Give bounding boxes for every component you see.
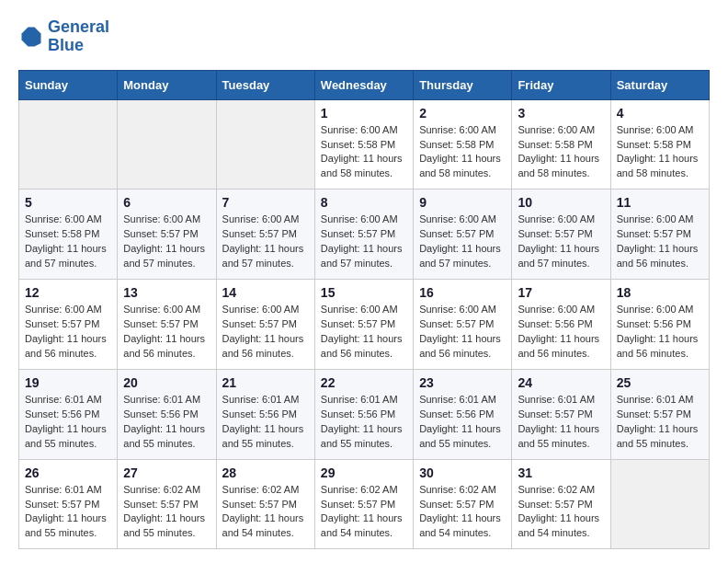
day-info: Sunrise: 6:00 AM Sunset: 5:58 PM Dayligh… [25,213,111,271]
day-number: 11 [617,195,703,210]
weekday-header-saturday: Saturday [610,70,709,99]
calendar-week-row: 19Sunrise: 6:01 AM Sunset: 5:56 PM Dayli… [19,369,710,459]
day-info: Sunrise: 6:00 AM Sunset: 5:57 PM Dayligh… [419,303,506,362]
weekday-header-friday: Friday [512,70,610,99]
weekday-header-thursday: Thursday [414,70,512,99]
logo-text: General Blue [48,18,109,55]
day-info: Sunrise: 6:01 AM Sunset: 5:57 PM Dayligh… [518,393,604,452]
day-info: Sunrise: 6:01 AM Sunset: 5:56 PM Dayligh… [419,393,506,452]
calendar-cell: 23Sunrise: 6:01 AM Sunset: 5:56 PM Dayli… [414,369,512,459]
day-number: 20 [123,375,210,390]
calendar-cell: 10Sunrise: 6:00 AM Sunset: 5:57 PM Dayli… [512,190,610,280]
calendar-cell [118,99,216,190]
day-info: Sunrise: 6:01 AM Sunset: 5:56 PM Dayligh… [25,393,111,452]
calendar-cell: 6Sunrise: 6:00 AM Sunset: 5:57 PM Daylig… [118,190,216,280]
calendar-cell: 18Sunrise: 6:00 AM Sunset: 5:56 PM Dayli… [610,280,709,370]
day-info: Sunrise: 6:02 AM Sunset: 5:57 PM Dayligh… [123,483,210,542]
calendar-cell: 26Sunrise: 6:01 AM Sunset: 5:57 PM Dayli… [19,459,118,549]
calendar-cell: 7Sunrise: 6:00 AM Sunset: 5:57 PM Daylig… [216,190,314,280]
weekday-header-monday: Monday [118,70,216,99]
day-info: Sunrise: 6:00 AM Sunset: 5:57 PM Dayligh… [25,303,111,362]
day-number: 24 [518,375,604,390]
day-number: 3 [518,106,604,121]
weekday-header-wednesday: Wednesday [314,70,413,99]
day-info: Sunrise: 6:00 AM Sunset: 5:57 PM Dayligh… [222,213,309,271]
calendar-cell: 4Sunrise: 6:00 AM Sunset: 5:58 PM Daylig… [610,99,709,190]
day-number: 10 [518,195,604,210]
day-number: 25 [617,375,703,390]
day-info: Sunrise: 6:02 AM Sunset: 5:57 PM Dayligh… [518,483,604,542]
calendar-cell: 9Sunrise: 6:00 AM Sunset: 5:57 PM Daylig… [414,190,512,280]
calendar-cell [216,99,314,190]
day-info: Sunrise: 6:02 AM Sunset: 5:57 PM Dayligh… [222,483,309,542]
day-info: Sunrise: 6:01 AM Sunset: 5:57 PM Dayligh… [25,483,111,542]
day-number: 13 [123,285,210,300]
day-info: Sunrise: 6:00 AM Sunset: 5:57 PM Dayligh… [123,213,210,271]
calendar-cell [19,99,118,190]
day-info: Sunrise: 6:00 AM Sunset: 5:58 PM Dayligh… [321,123,407,182]
day-number: 14 [222,285,309,300]
calendar-cell: 24Sunrise: 6:01 AM Sunset: 5:57 PM Dayli… [512,369,610,459]
calendar-cell: 31Sunrise: 6:02 AM Sunset: 5:57 PM Dayli… [512,459,610,549]
day-number: 22 [321,375,407,390]
day-number: 28 [222,465,309,480]
calendar-cell: 13Sunrise: 6:00 AM Sunset: 5:57 PM Dayli… [118,280,216,370]
calendar-cell: 2Sunrise: 6:00 AM Sunset: 5:58 PM Daylig… [414,99,512,190]
day-number: 30 [419,465,506,480]
day-number: 7 [222,195,309,210]
calendar-cell: 22Sunrise: 6:01 AM Sunset: 5:56 PM Dayli… [314,369,413,459]
day-number: 12 [25,285,111,300]
day-info: Sunrise: 6:00 AM Sunset: 5:56 PM Dayligh… [518,303,604,362]
page-header: General Blue [18,18,710,55]
svg-marker-0 [22,27,41,46]
day-info: Sunrise: 6:00 AM Sunset: 5:58 PM Dayligh… [419,123,506,182]
day-number: 4 [617,106,703,121]
day-number: 16 [419,285,506,300]
calendar-cell: 14Sunrise: 6:00 AM Sunset: 5:57 PM Dayli… [216,280,314,370]
day-info: Sunrise: 6:02 AM Sunset: 5:57 PM Dayligh… [321,483,407,542]
calendar-cell: 16Sunrise: 6:00 AM Sunset: 5:57 PM Dayli… [414,280,512,370]
day-info: Sunrise: 6:01 AM Sunset: 5:56 PM Dayligh… [321,393,407,452]
day-number: 21 [222,375,309,390]
calendar-cell: 3Sunrise: 6:00 AM Sunset: 5:58 PM Daylig… [512,99,610,190]
day-info: Sunrise: 6:00 AM Sunset: 5:57 PM Dayligh… [518,213,604,271]
day-number: 9 [419,195,506,210]
day-info: Sunrise: 6:00 AM Sunset: 5:57 PM Dayligh… [321,213,407,271]
day-info: Sunrise: 6:00 AM Sunset: 5:58 PM Dayligh… [518,123,604,182]
day-info: Sunrise: 6:00 AM Sunset: 5:58 PM Dayligh… [617,123,703,182]
weekday-header-row: SundayMondayTuesdayWednesdayThursdayFrid… [19,70,710,99]
day-number: 6 [123,195,210,210]
day-info: Sunrise: 6:02 AM Sunset: 5:57 PM Dayligh… [419,483,506,542]
calendar-cell: 19Sunrise: 6:01 AM Sunset: 5:56 PM Dayli… [19,369,118,459]
calendar-cell: 21Sunrise: 6:01 AM Sunset: 5:56 PM Dayli… [216,369,314,459]
day-number: 15 [321,285,407,300]
day-number: 8 [321,195,407,210]
calendar-table: SundayMondayTuesdayWednesdayThursdayFrid… [18,70,710,550]
day-info: Sunrise: 6:01 AM Sunset: 5:56 PM Dayligh… [123,393,210,452]
calendar-cell: 15Sunrise: 6:00 AM Sunset: 5:57 PM Dayli… [314,280,413,370]
calendar-cell: 17Sunrise: 6:00 AM Sunset: 5:56 PM Dayli… [512,280,610,370]
calendar-cell: 11Sunrise: 6:00 AM Sunset: 5:57 PM Dayli… [610,190,709,280]
day-info: Sunrise: 6:00 AM Sunset: 5:56 PM Dayligh… [617,303,703,362]
weekday-header-sunday: Sunday [19,70,118,99]
day-info: Sunrise: 6:00 AM Sunset: 5:57 PM Dayligh… [321,303,407,362]
calendar-cell: 8Sunrise: 6:00 AM Sunset: 5:57 PM Daylig… [314,190,413,280]
logo: General Blue [18,18,109,55]
day-info: Sunrise: 6:00 AM Sunset: 5:57 PM Dayligh… [123,303,210,362]
day-number: 27 [123,465,210,480]
day-number: 29 [321,465,407,480]
calendar-cell [610,459,709,549]
day-number: 17 [518,285,604,300]
calendar-week-row: 26Sunrise: 6:01 AM Sunset: 5:57 PM Dayli… [19,459,710,549]
day-number: 19 [25,375,111,390]
day-info: Sunrise: 6:00 AM Sunset: 5:57 PM Dayligh… [617,213,703,271]
calendar-cell: 29Sunrise: 6:02 AM Sunset: 5:57 PM Dayli… [314,459,413,549]
weekday-header-tuesday: Tuesday [216,70,314,99]
logo-icon [18,24,44,50]
calendar-week-row: 1Sunrise: 6:00 AM Sunset: 5:58 PM Daylig… [19,99,710,190]
calendar-cell: 27Sunrise: 6:02 AM Sunset: 5:57 PM Dayli… [118,459,216,549]
day-number: 31 [518,465,604,480]
day-number: 2 [419,106,506,121]
calendar-cell: 30Sunrise: 6:02 AM Sunset: 5:57 PM Dayli… [414,459,512,549]
calendar-cell: 28Sunrise: 6:02 AM Sunset: 5:57 PM Dayli… [216,459,314,549]
